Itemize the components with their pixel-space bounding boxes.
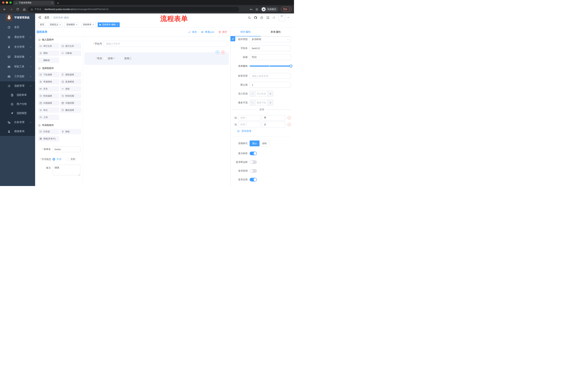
forward-icon[interactable] bbox=[8, 7, 14, 12]
minimize-window-button[interactable] bbox=[6, 1, 8, 4]
bookmark-star-icon[interactable] bbox=[255, 8, 258, 11]
palette-component[interactable]: 表格[开发中] bbox=[38, 136, 59, 141]
palette-component[interactable]: 多行文本 bbox=[60, 43, 81, 49]
sidebar-item[interactable]: 支付管理 bbox=[0, 42, 35, 52]
tag-view-item[interactable]: 流程表单-编辑 × bbox=[98, 22, 120, 27]
palette-component[interactable]: 按钮 bbox=[60, 129, 81, 134]
font-size-icon[interactable] bbox=[272, 16, 276, 19]
label-width-input[interactable] bbox=[250, 73, 291, 79]
sidebar-item[interactable]: 系统管理 bbox=[0, 32, 35, 42]
drag-handle-icon[interactable] bbox=[234, 116, 237, 119]
back-icon[interactable] bbox=[2, 7, 7, 12]
form-name-input[interactable] bbox=[52, 146, 80, 152]
sidebar-item[interactable]: 首页 bbox=[0, 22, 35, 32]
delete-field-button[interactable] bbox=[221, 50, 225, 54]
canvas-field-phone[interactable]: *手机号 bbox=[84, 38, 229, 50]
sidebar-subitem[interactable]: 任务管理 bbox=[0, 118, 35, 127]
option-value-input[interactable] bbox=[262, 115, 285, 121]
maximize-window-button[interactable] bbox=[10, 1, 12, 4]
status-off-radio[interactable]: 关闭 bbox=[66, 158, 75, 161]
option-style-button[interactable]: 默认 bbox=[250, 140, 259, 146]
tab-close-icon[interactable]: × bbox=[51, 1, 53, 4]
remove-option-button[interactable] bbox=[288, 116, 291, 119]
palette-component[interactable]: 时间选择 bbox=[38, 93, 59, 99]
stepper-increase-button[interactable]: + bbox=[267, 100, 273, 105]
palette-component[interactable]: 颜色选择 bbox=[60, 107, 81, 113]
help-icon[interactable] bbox=[260, 16, 263, 19]
palette-component[interactable]: 单选框组 bbox=[38, 79, 59, 85]
remove-option-button[interactable] bbox=[288, 123, 291, 126]
gender-option-2[interactable]: 选项二 bbox=[120, 57, 132, 60]
toggle-switch[interactable] bbox=[250, 178, 257, 181]
password-key-icon[interactable] bbox=[250, 8, 253, 11]
component-type-select[interactable] bbox=[250, 36, 291, 42]
view-json-button[interactable]: 查看json bbox=[201, 30, 214, 34]
palette-component[interactable]: 开关 bbox=[38, 86, 59, 92]
tag-view-item[interactable]: 流程表单 × bbox=[81, 22, 95, 27]
search-icon[interactable] bbox=[248, 16, 251, 19]
field-name-input[interactable] bbox=[250, 45, 291, 51]
save-button[interactable]: 保存 bbox=[188, 30, 197, 34]
stepper-increase-button[interactable]: + bbox=[267, 91, 273, 96]
reload-icon[interactable] bbox=[15, 7, 20, 12]
sidebar-item[interactable]: 基础设施 bbox=[0, 52, 35, 62]
palette-component[interactable]: 日期范围 bbox=[60, 100, 81, 106]
palette-component[interactable]: 单行文本 bbox=[38, 43, 59, 49]
sidebar-subitem[interactable]: 流程表单 bbox=[0, 90, 35, 100]
slider-handle[interactable] bbox=[289, 65, 292, 67]
option-style-button[interactable]: 按钮 bbox=[259, 140, 269, 146]
fullscreen-icon[interactable] bbox=[266, 16, 269, 19]
palette-component[interactable]: 日期选择 bbox=[38, 100, 59, 106]
sidebar-subitem[interactable]: 流程模型 bbox=[0, 109, 35, 118]
checkbox-icon[interactable] bbox=[120, 57, 123, 60]
tag-view-item[interactable]: 流程定义 × bbox=[48, 22, 63, 27]
palette-component[interactable]: 滑块 bbox=[60, 86, 81, 92]
home-icon[interactable] bbox=[21, 7, 27, 12]
gender-option-1[interactable]: 选项一 bbox=[104, 57, 115, 60]
palette-component[interactable]: 行容器 bbox=[38, 129, 59, 134]
default-value-input[interactable] bbox=[250, 82, 291, 88]
stepper-decrease-button[interactable]: − bbox=[250, 100, 255, 105]
avatar-caret-down-icon[interactable] bbox=[287, 16, 289, 19]
tag-close-icon[interactable]: × bbox=[117, 23, 118, 26]
palette-component[interactable]: 密码 bbox=[38, 50, 59, 56]
tag-view-item[interactable]: 首页 bbox=[38, 22, 46, 27]
palette-component[interactable]: 时间范围 bbox=[60, 93, 81, 99]
tag-close-icon[interactable]: × bbox=[60, 23, 61, 26]
canvas-field-gender-selected[interactable]: *性别 选项一 选项二 bbox=[84, 53, 229, 65]
duplicate-field-button[interactable] bbox=[216, 50, 220, 54]
palette-component[interactable]: 评分 bbox=[38, 107, 59, 113]
drag-handle-icon[interactable] bbox=[234, 123, 237, 126]
github-icon[interactable] bbox=[254, 16, 257, 19]
sidebar-item[interactable]: 研发工具 bbox=[0, 62, 35, 72]
close-window-button[interactable] bbox=[2, 1, 4, 4]
option-value-input[interactable] bbox=[262, 122, 285, 128]
clear-button[interactable]: 清空 bbox=[218, 30, 227, 34]
tab-form-props[interactable]: 表单属性 bbox=[261, 28, 291, 36]
remark-textarea[interactable] bbox=[52, 165, 80, 175]
toggle-switch[interactable] bbox=[250, 169, 257, 173]
macos-window-controls[interactable] bbox=[2, 1, 12, 4]
user-avatar[interactable] bbox=[279, 14, 285, 21]
toggle-switch[interactable] bbox=[250, 152, 257, 155]
palette-component[interactable]: 多选框组 bbox=[60, 79, 81, 85]
sidebar-subitem[interactable]: 用户分组 bbox=[0, 100, 35, 109]
stepper-decrease-button[interactable]: − bbox=[250, 91, 255, 96]
min-select-input[interactable] bbox=[255, 91, 267, 96]
sidebar-item[interactable]: 工作流程 bbox=[0, 72, 35, 81]
tab-component-props[interactable]: 组件属性 bbox=[231, 28, 261, 36]
title-input[interactable] bbox=[250, 54, 291, 60]
breadcrumb-home[interactable]: 首页 bbox=[44, 16, 49, 19]
toggle-switch[interactable] bbox=[250, 160, 257, 164]
palette-component[interactable]: 上传 bbox=[38, 115, 59, 120]
sidebar-collapse-icon[interactable] bbox=[38, 16, 41, 20]
status-on-radio[interactable]: 开启 bbox=[52, 158, 61, 161]
textarea-resize-handle[interactable] bbox=[78, 174, 80, 176]
palette-component[interactable]: 计数器 bbox=[60, 50, 81, 56]
browser-update-button[interactable]: 更新 bbox=[281, 7, 292, 12]
browser-tab[interactable]: 芋道管理系统 × bbox=[13, 0, 55, 5]
palette-component[interactable]: 下拉选择 bbox=[38, 72, 59, 77]
tag-close-icon[interactable]: × bbox=[93, 23, 94, 26]
palette-component[interactable]: 级联选择 bbox=[60, 72, 81, 77]
add-option-button[interactable]: 添加选项 bbox=[237, 129, 291, 133]
